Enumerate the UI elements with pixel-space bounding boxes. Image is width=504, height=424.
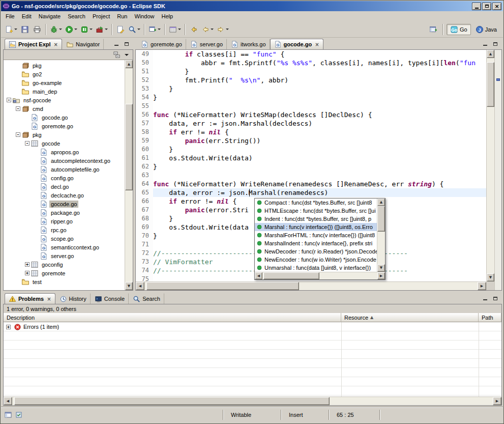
menu-navigate[interactable]: Navigate xyxy=(35,12,64,21)
scroll-down-icon[interactable]: ▼ xyxy=(125,282,133,290)
editor-vertical-scrollbar[interactable]: ▲ ▼ xyxy=(486,50,494,281)
expand-icon[interactable]: + xyxy=(6,325,11,329)
minimize-editor-button[interactable] xyxy=(481,40,489,47)
tree-item-pkg[interactable]: pkg xyxy=(4,61,125,70)
view-menu-button[interactable] xyxy=(123,51,131,59)
new-go-file-button[interactable] xyxy=(114,23,127,36)
editor-tab-goremote-go[interactable]: Ggoremote.go xyxy=(137,39,186,49)
tree-item-gocode-go[interactable]: Ggocode.go xyxy=(4,200,125,208)
editor-horizontal-scrollbar[interactable]: ◀ ▶ xyxy=(136,281,486,290)
scroll-thumb[interactable] xyxy=(125,104,133,190)
tree-item-scope-go[interactable]: Gscope.go xyxy=(4,234,125,243)
tree-item-decl-go[interactable]: Gdecl.go xyxy=(4,182,125,191)
perspective-go-button[interactable]: GoGo xyxy=(447,24,471,35)
scroll-left-icon[interactable]: ◀ xyxy=(4,397,12,405)
editor-tab-itworks-go[interactable]: Gitworks.go xyxy=(227,39,270,49)
tree-item-declcache-go[interactable]: Gdeclcache.go xyxy=(4,191,125,200)
tree-item-package-go[interactable]: Gpackage.go xyxy=(4,208,125,217)
scroll-down-icon[interactable]: ▼ xyxy=(487,273,494,281)
tree-item-ripper-go[interactable]: Gripper.go xyxy=(4,217,125,225)
minimize-problems-button[interactable] xyxy=(481,295,489,302)
scroll-left-icon[interactable]: ◀ xyxy=(255,272,262,279)
task-indicator-icon[interactable] xyxy=(15,411,23,419)
tree-item-pkg[interactable]: -pkg xyxy=(4,130,125,139)
scroll-down-icon[interactable]: ▼ xyxy=(377,264,385,272)
minimize-view-button[interactable] xyxy=(112,40,121,47)
scroll-right-icon[interactable]: ▶ xyxy=(478,282,486,290)
problems-horizontal-scrollbar[interactable]: ◀ ▶ xyxy=(4,397,501,405)
autocomplete-vertical-scrollbar[interactable]: ▲ ▼ xyxy=(377,199,385,272)
minimize-button[interactable] xyxy=(472,3,481,10)
autocomplete-item-marshal[interactable]: Marshal : func(v interface{}) ([]uint8, … xyxy=(255,223,377,231)
menu-edit[interactable]: Edit xyxy=(18,12,35,21)
open-task-button[interactable] xyxy=(147,23,162,36)
editor-tab-server-go[interactable]: Gserver.go xyxy=(186,39,227,49)
menu-help[interactable]: Help xyxy=(158,12,177,21)
autocomplete-item-indent[interactable]: Indent : func(dst *bytes.Buffer, src []u… xyxy=(255,215,377,223)
view-tab-project-expl[interactable]: Project Expl× xyxy=(5,39,62,49)
tree-item-apropos-go[interactable]: Gapropos.go xyxy=(4,148,125,156)
maximize-editor-button[interactable] xyxy=(491,40,499,47)
overview-marker[interactable] xyxy=(496,78,500,81)
tree-item-autocompletefile-go[interactable]: Gautocompletefile.go xyxy=(4,165,125,174)
view-tab-problems[interactable]: Problems× xyxy=(5,293,55,304)
overview-ruler[interactable] xyxy=(494,50,501,290)
collapse-icon[interactable]: - xyxy=(25,141,29,146)
close-tab-icon[interactable]: × xyxy=(47,296,51,302)
tree-item-cmd[interactable]: -cmd xyxy=(4,104,125,113)
scroll-track[interactable] xyxy=(377,206,385,264)
external-tools-button[interactable] xyxy=(94,23,109,36)
column-header-description[interactable]: Description xyxy=(4,313,341,322)
debug-button[interactable] xyxy=(48,23,64,36)
autocomplete-item-marshalforhtml[interactable]: MarshalForHTML : func(v interface{}) ([]… xyxy=(255,231,377,239)
scroll-right-icon[interactable]: ▶ xyxy=(377,272,385,279)
scroll-left-icon[interactable]: ◀ xyxy=(136,282,144,290)
close-tab-icon[interactable]: × xyxy=(54,42,58,47)
tree-item-go-example[interactable]: go-example xyxy=(4,78,125,87)
column-header-path[interactable]: Path xyxy=(479,313,501,322)
scroll-track[interactable] xyxy=(144,282,478,290)
tree-item-semanticcontext-go[interactable]: Gsemanticcontext.go xyxy=(4,243,125,251)
collapse-icon[interactable]: - xyxy=(7,98,11,102)
maximize-problems-button[interactable] xyxy=(491,295,499,302)
autocomplete-item-unmarshal[interactable]: Unmarshal : func(data []uint8, v interfa… xyxy=(255,264,377,272)
explorer-vertical-scrollbar[interactable]: ▲ ▼ xyxy=(125,60,133,290)
expand-icon[interactable]: + xyxy=(25,271,29,275)
scroll-track[interactable] xyxy=(12,397,493,405)
tree-item-config-go[interactable]: Gconfig.go xyxy=(4,174,125,182)
menu-window[interactable]: Window xyxy=(131,12,158,21)
scroll-track[interactable] xyxy=(487,58,494,273)
title-bar[interactable]: Go - nsf-gocode/src/pkg/gocode/gocode.go… xyxy=(1,1,503,11)
restore-button[interactable] xyxy=(482,3,491,10)
back-button[interactable] xyxy=(200,23,215,36)
save-button[interactable] xyxy=(19,23,31,36)
autocomplete-item-marshalindent[interactable]: MarshalIndent : func(v interface{}, pref… xyxy=(255,239,377,247)
run-button[interactable] xyxy=(64,23,79,36)
tree-item-autocompletecontext-go[interactable]: Gautocompletecontext.go xyxy=(4,156,125,165)
menu-project[interactable]: Project xyxy=(89,12,113,21)
column-header-resource[interactable]: Resource▲ xyxy=(341,313,479,322)
print-button[interactable] xyxy=(31,23,43,36)
scroll-thumb[interactable] xyxy=(14,397,330,405)
expand-icon[interactable]: + xyxy=(25,262,29,267)
editor-tab-gocode-go[interactable]: Ggocode.go× xyxy=(270,39,323,49)
tree-item-goremote-go[interactable]: Ggoremote.go xyxy=(4,122,125,130)
scroll-up-icon[interactable]: ▲ xyxy=(487,50,494,58)
collapse-icon[interactable]: - xyxy=(16,106,20,111)
forward-button[interactable] xyxy=(215,23,230,36)
close-tab-icon[interactable]: × xyxy=(315,42,319,47)
close-button[interactable]: × xyxy=(492,3,501,10)
collapse-all-icon[interactable] xyxy=(113,51,121,59)
scroll-up-icon[interactable]: ▲ xyxy=(125,60,133,68)
problems-row[interactable]: +Errors (1 item) xyxy=(4,322,501,331)
collapse-icon[interactable]: - xyxy=(16,132,20,137)
menu-file[interactable]: File xyxy=(2,12,18,21)
perspective-java-button[interactable]: JJava xyxy=(472,24,500,35)
last-edit-button[interactable] xyxy=(188,23,200,36)
scroll-thumb[interactable] xyxy=(146,282,299,290)
open-perspective-button[interactable] xyxy=(427,23,439,36)
autocomplete-horizontal-scrollbar[interactable]: ◀ ▶ xyxy=(255,272,385,279)
scroll-up-icon[interactable]: ▲ xyxy=(377,199,385,206)
tree-item-test[interactable]: test xyxy=(4,277,125,286)
tree-item-nsf-gocode[interactable]: -nsf-gocode xyxy=(4,96,125,104)
